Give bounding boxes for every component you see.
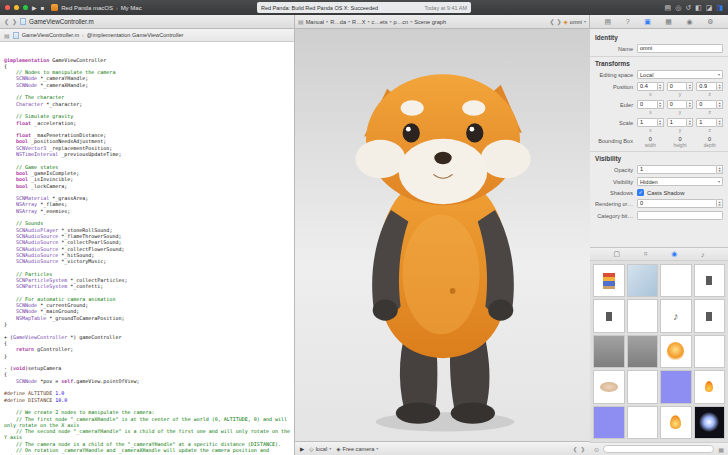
quick-help-inspector-icon[interactable]: ?	[626, 18, 630, 25]
library-item-gray[interactable]	[593, 335, 625, 368]
assistant-editor-button[interactable]: ◎	[675, 4, 681, 12]
euler-x-field[interactable]: 0	[637, 100, 658, 109]
debug-area-toggle-button[interactable]: ◪	[706, 4, 713, 12]
back-icon[interactable]: ❮	[4, 18, 9, 25]
position-y-field[interactable]: 0	[667, 82, 688, 91]
library-item-blank[interactable]	[660, 264, 692, 297]
euler-z-stepper[interactable]	[717, 100, 723, 109]
library-item-purple[interactable]	[593, 406, 625, 439]
scale-x-stepper[interactable]	[658, 118, 664, 127]
forward-icon[interactable]: ❯	[557, 18, 562, 25]
casts-shadow-checkbox[interactable]	[637, 189, 644, 196]
physics-inspector-icon[interactable]: ◉	[687, 18, 693, 26]
library-item-gray[interactable]	[627, 335, 659, 368]
tab-source-file[interactable]: GameViewController.m	[29, 18, 94, 25]
position-x-stepper[interactable]	[658, 82, 664, 91]
caret-down-icon: ▾	[348, 19, 350, 24]
library-filter-bar: ⊙ ▦	[590, 442, 728, 455]
scale-y-field[interactable]: 1	[667, 118, 688, 127]
library-item-flame[interactable]	[694, 370, 726, 403]
file-template-library-icon[interactable]: ▢	[614, 250, 621, 258]
editing-space-dropdown[interactable]: ◇ local ▾	[309, 446, 331, 452]
media-library-icon[interactable]: ♪	[701, 251, 705, 258]
opacity-field[interactable]: 1	[637, 165, 717, 174]
crumb-project[interactable]: R…da	[330, 19, 346, 25]
crumb-manual[interactable]: Manual	[306, 19, 324, 25]
category-bitmask-field[interactable]	[637, 211, 723, 220]
library-item-tiny-dark[interactable]	[694, 264, 726, 297]
euler-y-field[interactable]: 0	[667, 100, 688, 109]
library-item-blank[interactable]	[627, 299, 659, 332]
euler-x-stepper[interactable]	[658, 100, 664, 109]
library-item-sprite[interactable]	[593, 264, 625, 297]
navigator-toggle-button[interactable]: ◧	[695, 4, 702, 12]
visibility-current: Hidden	[640, 179, 718, 185]
position-y-stepper[interactable]	[687, 82, 693, 91]
euler-z-field[interactable]: 0	[696, 100, 717, 109]
crumb-scene-graph[interactable]: Scene graph	[414, 19, 446, 25]
library-item-tiny-dark[interactable]	[694, 299, 726, 332]
library-filter-input[interactable]	[603, 445, 714, 453]
library-item-blank[interactable]	[627, 370, 659, 403]
red-panda-model[interactable]	[297, 29, 589, 441]
object-library-icon[interactable]: ◉	[671, 250, 677, 258]
scale-y-stepper[interactable]	[687, 118, 693, 127]
library-item-candle[interactable]	[660, 406, 692, 439]
forward-icon[interactable]: ❯	[12, 18, 17, 25]
related-items-icon[interactable]: ▤	[298, 18, 304, 25]
inspector-toggle-button[interactable]: ◨	[716, 4, 723, 12]
library-item-hands[interactable]	[593, 370, 625, 403]
zoom-window-button[interactable]	[23, 5, 28, 10]
close-window-button[interactable]	[5, 5, 10, 10]
library-item-photo[interactable]	[627, 264, 659, 297]
scale-z-field[interactable]: 1	[696, 118, 717, 127]
bounding-height-value: 0	[667, 136, 694, 142]
node-inspector-icon[interactable]: ▣	[644, 18, 651, 26]
category-bitmask-label: Category bit…	[595, 213, 637, 219]
opacity-stepper[interactable]	[717, 165, 723, 174]
scale-z-stepper[interactable]	[717, 118, 723, 127]
run-button[interactable]: ▶	[32, 5, 37, 11]
grid-view-icon[interactable]: ▦	[718, 446, 724, 453]
library-item-purple[interactable]	[660, 370, 692, 403]
scale-x-field[interactable]: 1	[637, 118, 658, 127]
code-snippet-library-icon[interactable]: ⌗	[644, 250, 648, 258]
euler-y-stepper[interactable]	[687, 100, 693, 109]
crumb-scene-file[interactable]: p…cn	[394, 19, 409, 25]
version-editor-button[interactable]: ↺	[685, 4, 691, 12]
camera-dropdown[interactable]: ◈ Free camera ▾	[336, 446, 378, 452]
position-z-stepper[interactable]	[717, 82, 723, 91]
attributes-inspector-icon[interactable]: ▦	[665, 18, 672, 26]
scheme-selector[interactable]: Red Panda macOS › My Mac	[51, 4, 141, 11]
standard-editor-button[interactable]: ▤	[665, 4, 672, 12]
stop-button[interactable]: ■	[41, 5, 45, 11]
position-x-field[interactable]: 0.4	[637, 82, 658, 91]
editing-space-popup[interactable]: Local ▾	[637, 70, 723, 79]
scene-node-tab[interactable]: ❮ ❯ ◈ omni ▾	[549, 18, 586, 25]
name-field[interactable]: omni	[637, 44, 723, 53]
source-code-editor[interactable]: @implementation GameViewController{ // N…	[0, 42, 295, 455]
rendering-order-stepper[interactable]	[717, 199, 723, 208]
crumb-assets[interactable]: c…ets	[372, 19, 388, 25]
library-item-blank[interactable]	[627, 406, 659, 439]
crumb-target[interactable]: R…X	[352, 19, 365, 25]
position-z-field[interactable]: 0.9	[696, 82, 717, 91]
library-item-burst[interactable]	[694, 406, 726, 439]
rendering-order-field[interactable]: 0	[637, 199, 717, 208]
library-item-fire[interactable]	[660, 335, 692, 368]
scene-inspector-icon[interactable]: ⚙	[707, 18, 713, 26]
forward-icon[interactable]: ❯	[580, 446, 585, 452]
library-item-note[interactable]: ♪	[660, 299, 692, 332]
library-item-blank[interactable]	[694, 335, 726, 368]
jump-crumb-symbol[interactable]: @implementation GameViewController	[87, 32, 184, 38]
minimize-window-button[interactable]	[14, 5, 19, 10]
visibility-popup[interactable]: Hidden ▾	[637, 177, 723, 186]
back-icon[interactable]: ❮	[549, 18, 554, 25]
file-inspector-icon[interactable]: ▤	[605, 18, 612, 26]
related-items-icon[interactable]: ▤	[4, 32, 10, 39]
play-scene-button[interactable]: ▶	[300, 446, 304, 452]
scene-3d-canvas[interactable]	[295, 29, 590, 441]
back-icon[interactable]: ❮	[573, 446, 578, 452]
jump-crumb-file[interactable]: GameViewController.m	[22, 32, 79, 38]
library-item-tiny-dark[interactable]	[593, 299, 625, 332]
